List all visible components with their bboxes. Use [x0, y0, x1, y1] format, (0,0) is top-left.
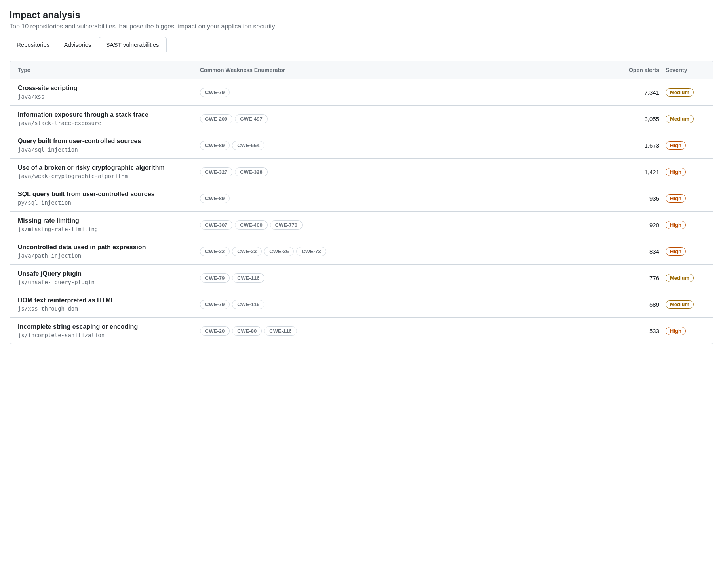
severity-cell: High [666, 221, 705, 229]
cwe-cell: CWE-79CWE-116 [200, 273, 618, 283]
cwe-pill[interactable]: CWE-79 [200, 273, 230, 283]
severity-badge: High [666, 327, 686, 335]
cwe-pill-group: CWE-79CWE-116 [200, 273, 618, 283]
severity-badge: Medium [666, 300, 694, 309]
cwe-pill[interactable]: CWE-80 [232, 326, 262, 336]
tabs-container: RepositoriesAdvisoriesSAST vulnerabiliti… [10, 36, 713, 52]
open-alerts-value: 935 [618, 195, 666, 202]
table-row[interactable]: Missing rate limitingjs/missing-rate-lim… [10, 212, 713, 238]
severity-cell: High [666, 247, 705, 256]
severity-cell: High [666, 141, 705, 150]
open-alerts-value: 920 [618, 222, 666, 228]
vulnerabilities-panel: Type Common Weakness Enumerator Open ale… [10, 61, 713, 344]
cwe-cell: CWE-79CWE-116 [200, 300, 618, 309]
tab-advisories[interactable]: Advisories [57, 37, 98, 52]
table-row[interactable]: Information exposure through a stack tra… [10, 106, 713, 132]
cwe-cell: CWE-22CWE-23CWE-36CWE-73 [200, 247, 618, 256]
column-header-type: Type [18, 67, 200, 73]
cwe-pill[interactable]: CWE-770 [270, 220, 303, 230]
vulnerability-title: Incomplete string escaping or encoding [18, 323, 200, 330]
cwe-pill-group: CWE-22CWE-23CWE-36CWE-73 [200, 247, 618, 256]
cwe-pill[interactable]: CWE-73 [296, 247, 326, 256]
severity-badge: High [666, 221, 686, 229]
cwe-cell: CWE-20CWE-80CWE-116 [200, 326, 618, 336]
table-row[interactable]: Incomplete string escaping or encodingjs… [10, 318, 713, 344]
type-cell: Uncontrolled data used in path expressio… [18, 244, 200, 259]
vulnerability-id: java/stack-trace-exposure [18, 120, 200, 126]
severity-badge: Medium [666, 274, 694, 282]
table-row[interactable]: Unsafe jQuery pluginjs/unsafe-jquery-plu… [10, 265, 713, 291]
cwe-pill[interactable]: CWE-89 [200, 194, 230, 203]
tab-repositories[interactable]: Repositories [10, 37, 57, 52]
cwe-pill-group: CWE-89 [200, 194, 618, 203]
cwe-cell: CWE-307CWE-400CWE-770 [200, 220, 618, 230]
cwe-pill[interactable]: CWE-307 [200, 220, 232, 230]
vulnerability-title: DOM text reinterpreted as HTML [18, 297, 200, 304]
cwe-pill[interactable]: CWE-116 [264, 326, 297, 336]
open-alerts-value: 776 [618, 275, 666, 281]
cwe-pill[interactable]: CWE-327 [200, 167, 232, 176]
cwe-pill-group: CWE-89CWE-564 [200, 141, 618, 150]
table-header-row: Type Common Weakness Enumerator Open ale… [10, 61, 713, 79]
open-alerts-value: 834 [618, 248, 666, 255]
severity-badge: High [666, 247, 686, 256]
cwe-pill-group: CWE-79CWE-116 [200, 300, 618, 309]
cwe-pill[interactable]: CWE-20 [200, 326, 230, 336]
cwe-pill-group: CWE-327CWE-328 [200, 167, 618, 176]
cwe-pill[interactable]: CWE-400 [235, 220, 267, 230]
open-alerts-value: 3,055 [618, 116, 666, 122]
column-header-alerts: Open alerts [618, 67, 666, 73]
cwe-pill[interactable]: CWE-328 [235, 167, 267, 176]
cwe-cell: CWE-327CWE-328 [200, 167, 618, 176]
cwe-pill[interactable]: CWE-116 [232, 273, 264, 283]
cwe-pill-group: CWE-307CWE-400CWE-770 [200, 220, 618, 230]
table-row[interactable]: Uncontrolled data used in path expressio… [10, 238, 713, 265]
vulnerability-id: js/xss-through-dom [18, 305, 200, 312]
type-cell: SQL query built from user-controlled sou… [18, 191, 200, 206]
cwe-pill[interactable]: CWE-79 [200, 88, 230, 97]
type-cell: Incomplete string escaping or encodingjs… [18, 323, 200, 338]
vulnerability-title: Information exposure through a stack tra… [18, 111, 200, 118]
vulnerability-title: SQL query built from user-controlled sou… [18, 191, 200, 198]
cwe-pill-group: CWE-209CWE-497 [200, 114, 618, 123]
cwe-pill[interactable]: CWE-79 [200, 300, 230, 309]
severity-badge: Medium [666, 115, 694, 123]
cwe-pill[interactable]: CWE-564 [232, 141, 264, 150]
vulnerability-id: java/path-injection [18, 252, 200, 259]
vulnerability-title: Uncontrolled data used in path expressio… [18, 244, 200, 251]
cwe-cell: CWE-89CWE-564 [200, 141, 618, 150]
cwe-pill[interactable]: CWE-22 [200, 247, 230, 256]
vulnerability-id: java/sql-injection [18, 146, 200, 153]
column-header-severity: Severity [666, 67, 705, 73]
table-row[interactable]: DOM text reinterpreted as HTMLjs/xss-thr… [10, 291, 713, 318]
type-cell: Unsafe jQuery pluginjs/unsafe-jquery-plu… [18, 270, 200, 285]
vulnerability-title: Use of a broken or risky cryptographic a… [18, 164, 200, 171]
type-cell: Cross-site scriptingjava/xss [18, 85, 200, 100]
vulnerability-id: java/weak-cryptographic-algorithm [18, 173, 200, 179]
severity-badge: High [666, 194, 686, 203]
table-row[interactable]: SQL query built from user-controlled sou… [10, 185, 713, 212]
vulnerability-id: py/sql-injection [18, 199, 200, 206]
cwe-pill[interactable]: CWE-497 [235, 114, 267, 123]
vulnerability-title: Unsafe jQuery plugin [18, 270, 200, 277]
open-alerts-value: 7,341 [618, 89, 666, 96]
table-row[interactable]: Query built from user-controlled sources… [10, 132, 713, 159]
cwe-pill[interactable]: CWE-209 [200, 114, 232, 123]
severity-cell: High [666, 327, 705, 335]
cwe-pill[interactable]: CWE-36 [264, 247, 294, 256]
type-cell: DOM text reinterpreted as HTMLjs/xss-thr… [18, 297, 200, 312]
cwe-pill[interactable]: CWE-116 [232, 300, 264, 309]
table-row[interactable]: Cross-site scriptingjava/xssCWE-797,341M… [10, 79, 713, 106]
cwe-pill[interactable]: CWE-23 [232, 247, 262, 256]
table-row[interactable]: Use of a broken or risky cryptographic a… [10, 159, 713, 185]
type-cell: Use of a broken or risky cryptographic a… [18, 164, 200, 179]
open-alerts-value: 589 [618, 301, 666, 308]
tab-sast-vulnerabilities[interactable]: SAST vulnerabilities [99, 37, 167, 52]
page-subtitle: Top 10 repositories and vulnerabilities … [10, 23, 713, 30]
open-alerts-value: 1,421 [618, 169, 666, 175]
cwe-pill-group: CWE-20CWE-80CWE-116 [200, 326, 618, 336]
severity-badge: High [666, 168, 686, 176]
severity-cell: High [666, 194, 705, 203]
cwe-pill[interactable]: CWE-89 [200, 141, 230, 150]
severity-cell: Medium [666, 274, 705, 282]
